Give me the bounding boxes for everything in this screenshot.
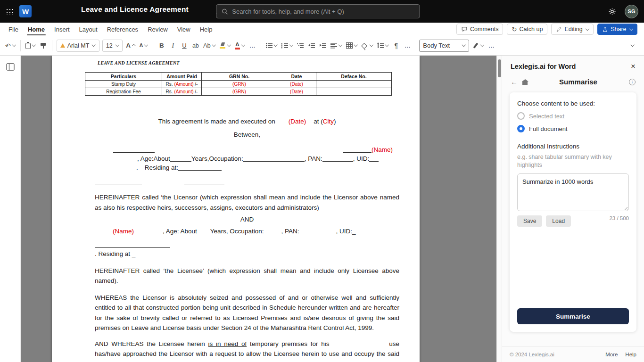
load-button[interactable]: Load <box>546 215 571 227</box>
tab-view[interactable]: View <box>173 23 195 36</box>
search-input[interactable] <box>232 8 414 15</box>
paste-button[interactable] <box>24 40 37 52</box>
numbered-list-icon <box>281 43 288 49</box>
chevron-down-icon <box>354 43 358 47</box>
more-ribbon-options-button[interactable]: … <box>486 40 496 52</box>
more-paragraph-options-button[interactable]: … <box>402 40 413 52</box>
search-icon <box>221 8 228 15</box>
summarise-button[interactable]: Summarise <box>517 308 629 324</box>
tab-home[interactable]: Home <box>23 23 50 36</box>
word-logo-icon[interactable]: W <box>19 5 32 17</box>
comments-button[interactable]: Comments <box>456 24 503 35</box>
fees-table: Particulars Amount Paid GRN No. Date Def… <box>85 72 392 96</box>
decrease-indent-button[interactable] <box>306 40 317 52</box>
close-icon[interactable]: × <box>631 62 636 70</box>
shading-button[interactable] <box>360 40 375 52</box>
paragraph-marks-button[interactable]: ¶ <box>391 40 401 52</box>
scrollbar-thumb[interactable] <box>498 59 501 77</box>
collapse-ribbon-button[interactable] <box>627 40 637 52</box>
font-size-select[interactable]: 12 <box>102 40 123 52</box>
column-header: Deface No. <box>316 73 392 81</box>
bullet-list-button[interactable] <box>264 40 279 52</box>
column-header: Particulars <box>85 73 162 81</box>
navigation-pane-toggle[interactable] <box>6 63 20 72</box>
panel-title: Lexlegis.ai for Word <box>511 63 576 70</box>
global-search[interactable] <box>216 4 420 18</box>
font-warning-icon <box>60 43 65 48</box>
increase-indent-button[interactable] <box>318 40 328 52</box>
italic-button[interactable]: I <box>168 40 178 52</box>
font-name-select[interactable]: Arial MT <box>57 40 99 52</box>
share-icon <box>602 26 608 33</box>
alignment-button[interactable] <box>329 40 344 52</box>
home-ribbon-toolbar: ↶ Arial MT 12 A A B I U ab Ab A … ¶ … Bo… <box>0 36 644 56</box>
change-case-button[interactable]: Ab <box>202 40 217 52</box>
underline-button[interactable]: U <box>179 40 190 52</box>
bold-button[interactable]: B <box>157 40 167 52</box>
font-color-button[interactable]: A <box>233 40 247 52</box>
editing-mode-dropdown[interactable]: Editing <box>551 24 594 35</box>
shrink-font-button[interactable]: A <box>138 40 149 52</box>
comment-icon <box>461 26 468 33</box>
radio-full-document[interactable]: Full document <box>517 125 629 132</box>
footer-help-link[interactable]: Help <box>625 352 636 357</box>
left-sidebar <box>0 56 21 362</box>
ink-editor-button[interactable] <box>471 40 485 52</box>
document-page[interactable]: LEAVE AND LICENSE AGREEMENT Particulars … <box>52 56 420 362</box>
multilevel-list-button[interactable] <box>295 40 305 52</box>
style-select[interactable]: Body Text <box>419 40 469 52</box>
save-button[interactable]: Save <box>517 215 542 227</box>
avatar[interactable]: SG <box>625 5 638 18</box>
tab-file[interactable]: File <box>4 23 23 36</box>
chevron-down-icon <box>370 43 373 47</box>
divider <box>261 40 261 51</box>
settings-gear-icon[interactable] <box>608 8 616 16</box>
chevron-down-icon <box>144 43 148 47</box>
app-launcher-icon[interactable] <box>6 8 13 15</box>
line-spacing-icon <box>377 43 384 49</box>
chevron-down-icon <box>629 27 633 31</box>
format-painter-button[interactable] <box>38 40 49 52</box>
document-canvas[interactable]: LEAVE AND LICENSE AGREEMENT Particulars … <box>21 56 496 362</box>
tab-insert[interactable]: Insert <box>50 23 74 36</box>
document-title[interactable]: Leave and Licence Agreement <box>81 5 189 14</box>
agreement-title: LEAVE AND LICENSE AGREEMENT <box>95 103 399 112</box>
titlebar: W Leave and Licence Agreement SG <box>0 0 644 23</box>
catch-up-icon: ↻ <box>512 26 517 33</box>
tab-layout[interactable]: Layout <box>74 23 102 36</box>
chevron-down-icon <box>116 43 119 47</box>
instructions-textarea[interactable]: Summarize in 1000 words <box>517 173 629 211</box>
ribbon-tabs: File Home Insert Layout References Revie… <box>4 23 217 36</box>
undo-button[interactable]: ↶ <box>4 40 17 52</box>
paragraph-rule-blanks <box>95 177 399 186</box>
vertical-scrollbar[interactable] <box>496 56 502 362</box>
paint-bucket-icon <box>361 43 367 49</box>
grow-font-button[interactable]: A <box>124 40 137 52</box>
paragraph-licensee-details: (Name), Age: AboutYears, Occupation:, PA… <box>95 227 399 236</box>
home-icon[interactable] <box>522 82 528 85</box>
footer-more-link[interactable]: More <box>605 352 618 357</box>
tab-review[interactable]: Review <box>143 23 173 36</box>
back-arrow-icon[interactable]: ← <box>511 78 518 85</box>
line-spacing-button[interactable] <box>376 40 390 52</box>
info-icon[interactable]: i <box>629 79 636 85</box>
chevron-down-icon <box>339 43 342 47</box>
chevron-down-icon <box>480 43 484 47</box>
tab-references[interactable]: References <box>102 23 143 36</box>
summarise-card: Choose content to be used: Selected text… <box>510 92 636 332</box>
paragraph-licensee-address: . Residing at _ <box>95 249 399 258</box>
chevron-down-icon <box>586 27 589 31</box>
table-header-row: Particulars Amount Paid GRN No. Date Def… <box>85 73 392 81</box>
highlight-color-button[interactable] <box>218 40 232 52</box>
numbered-list-button[interactable] <box>280 40 295 52</box>
paragraph-licensor-details: , Age:AboutYears,Occupation:, PAN:, UID: <box>95 154 399 163</box>
tab-help[interactable]: Help <box>195 23 217 36</box>
more-font-options-button[interactable]: … <box>247 40 257 52</box>
chevron-down-icon <box>212 43 216 47</box>
share-button[interactable]: Share <box>597 24 637 35</box>
insert-table-button[interactable] <box>345 40 359 52</box>
strikethrough-button[interactable]: ab <box>190 40 201 52</box>
radio-selected-text[interactable]: Selected text <box>517 112 629 120</box>
clipboard-icon <box>25 43 31 49</box>
catch-up-button[interactable]: ↻ Catch up <box>507 24 547 35</box>
